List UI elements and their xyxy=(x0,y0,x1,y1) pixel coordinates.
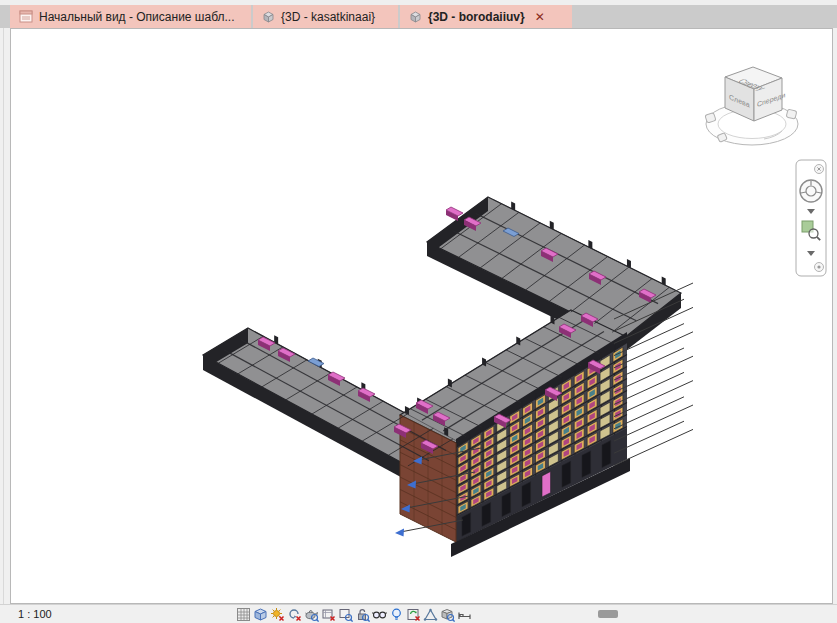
view-tab-bar: Начальный вид - Описание шабл... {3D - k… xyxy=(0,5,837,28)
compass-knob[interactable] xyxy=(786,109,797,119)
view-control-bar: 1 : 100 xyxy=(0,604,837,623)
unlocked-3d-view-icon[interactable] xyxy=(355,607,370,622)
tab-3d-kasatkinaai[interactable]: {3D - kasatkinaai} xyxy=(253,5,398,28)
reveal-constraints-icon[interactable] xyxy=(457,607,472,622)
tab-start-view[interactable]: Начальный вид - Описание шабл... xyxy=(10,5,251,28)
start-page-icon xyxy=(19,10,33,23)
analytical-model-icon[interactable] xyxy=(423,607,438,622)
highlight-displacement-icon[interactable] xyxy=(440,607,455,622)
view-control-icons xyxy=(236,607,472,622)
temporary-view-properties-icon[interactable] xyxy=(406,607,421,622)
drawing-area[interactable]: Сверху Слева Спереди xyxy=(10,28,833,604)
viewcube[interactable]: Сверху Слева Спереди xyxy=(697,61,807,161)
sun-path-icon[interactable] xyxy=(270,607,285,622)
tab-close-icon[interactable]: ✕ xyxy=(535,10,545,24)
horizontal-scrollbar-thumb[interactable] xyxy=(598,610,618,618)
3d-view-icon xyxy=(409,11,422,23)
visual-style-icon[interactable] xyxy=(253,607,268,622)
3d-view-icon xyxy=(262,11,275,23)
shadows-icon[interactable] xyxy=(287,607,302,622)
tab-label: {3D - borodaiiuv} xyxy=(428,10,525,24)
reveal-hidden-elements-icon[interactable] xyxy=(389,607,404,622)
navbar-options-button[interactable] xyxy=(815,165,824,174)
crop-region-icon[interactable] xyxy=(338,607,353,622)
scale-button[interactable]: 1 : 100 xyxy=(18,608,52,620)
tab-label: Начальный вид - Описание шабл... xyxy=(39,10,234,24)
revit-window: Начальный вид - Описание шабл... {3D - k… xyxy=(0,0,837,623)
steering-wheel-icon[interactable] xyxy=(800,180,822,202)
left-gutter xyxy=(0,28,10,604)
crop-view-icon[interactable] xyxy=(321,607,336,622)
tab-3d-borodaiiuv[interactable]: {3D - borodaiiuv} ✕ xyxy=(400,5,572,28)
temporary-hide-isolate-icon[interactable] xyxy=(372,607,387,622)
navigation-bar[interactable] xyxy=(795,159,827,277)
render-dialog-icon[interactable] xyxy=(304,607,319,622)
detail-level-icon[interactable] xyxy=(236,607,251,622)
tab-label: {3D - kasatkinaai} xyxy=(281,10,375,24)
navbar-collapse-button[interactable] xyxy=(815,263,824,272)
